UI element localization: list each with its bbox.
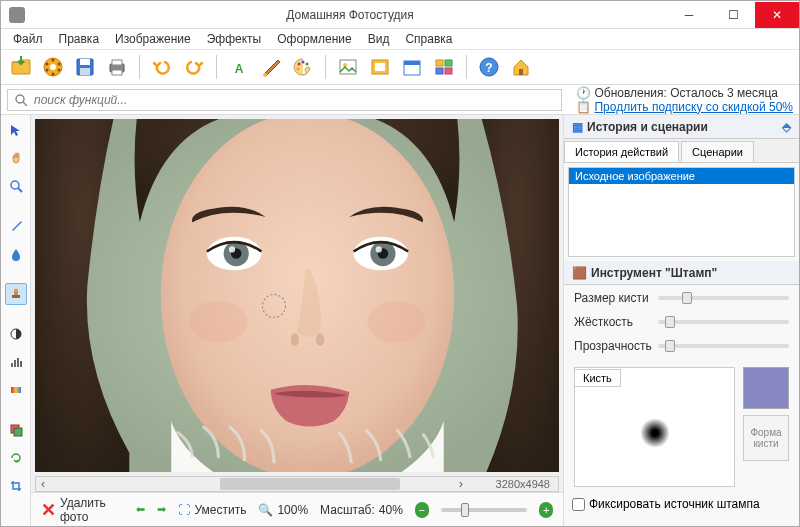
brush-tab[interactable]: Кисть	[574, 369, 621, 387]
prev-button[interactable]: ⬅	[136, 503, 145, 516]
text-button[interactable]: A	[225, 53, 253, 81]
tool-panel-header[interactable]: 🟫 Инструмент "Штамп"	[564, 261, 799, 285]
fix-source-row: Фиксировать источник штампа	[564, 493, 799, 515]
horizontal-scrollbar[interactable]: ‹ › 3280x4948	[35, 476, 559, 492]
tab-scenarios[interactable]: Сценарии	[681, 141, 754, 162]
menu-view[interactable]: Вид	[362, 30, 396, 48]
svg-rect-29	[436, 60, 443, 66]
collapse-icon[interactable]: ⬘	[782, 120, 791, 134]
pointer-tool[interactable]	[5, 119, 27, 141]
redo-button[interactable]	[180, 53, 208, 81]
search-row: 🕐 Обновления: Осталось 3 месяца 📋 Продли…	[1, 85, 799, 115]
zoom-100-button[interactable]: 🔍100%	[258, 503, 308, 517]
menu-effects[interactable]: Эффекты	[201, 30, 268, 48]
open-button[interactable]	[7, 53, 35, 81]
rotate-tool[interactable]	[5, 447, 27, 469]
brush-size-slider[interactable]	[658, 296, 789, 300]
menu-help[interactable]: Справка	[399, 30, 458, 48]
opacity-slider[interactable]	[658, 344, 789, 348]
svg-line-37	[23, 102, 27, 106]
zoom-out-button[interactable]: −	[415, 502, 429, 518]
svg-point-7	[46, 69, 49, 72]
save-button[interactable]	[71, 53, 99, 81]
svg-rect-41	[12, 295, 20, 298]
svg-rect-11	[80, 68, 90, 75]
history-tabs: История действий Сценарии	[564, 139, 799, 163]
search-input[interactable]	[34, 93, 555, 107]
search-icon	[14, 93, 28, 107]
next-button[interactable]: ➡	[157, 503, 166, 516]
zoom-in-button[interactable]: +	[539, 502, 553, 518]
tool-panel-body: Размер кисти Жёсткость Прозрачность Кист…	[564, 285, 799, 493]
calendar-button[interactable]	[398, 53, 426, 81]
history-list[interactable]: Исходное изображение	[568, 167, 795, 257]
svg-point-17	[298, 63, 301, 66]
collage-button[interactable]	[430, 53, 458, 81]
gradient-tool[interactable]	[5, 379, 27, 401]
crop-tool[interactable]	[5, 475, 27, 497]
fit-button[interactable]: ⛶Уместить	[178, 503, 246, 517]
catalog-button[interactable]	[39, 53, 67, 81]
svg-point-59	[229, 246, 235, 252]
brush-shape-button[interactable]: Форма кисти	[743, 415, 789, 461]
zoom-tool[interactable]	[5, 175, 27, 197]
svg-text:A: A	[235, 62, 244, 76]
canvas[interactable]	[35, 119, 559, 472]
svg-rect-46	[17, 358, 19, 367]
svg-point-4	[58, 63, 61, 66]
svg-point-61	[291, 333, 299, 346]
brush-button[interactable]	[257, 53, 285, 81]
svg-rect-32	[445, 68, 452, 74]
brush-preview: Кисть	[574, 367, 735, 487]
menu-file[interactable]: Файл	[7, 30, 49, 48]
hardness-label: Жёсткость	[574, 315, 652, 329]
home-button[interactable]	[507, 53, 535, 81]
zoom-slider[interactable]	[441, 508, 528, 512]
brush-tool[interactable]	[5, 215, 27, 237]
menu-design[interactable]: Оформление	[271, 30, 357, 48]
svg-point-38	[11, 181, 19, 189]
color-swatch[interactable]	[743, 367, 789, 409]
svg-rect-26	[404, 61, 420, 65]
svg-point-63	[189, 301, 248, 343]
svg-rect-31	[436, 68, 443, 74]
image-button[interactable]	[334, 53, 362, 81]
blur-tool[interactable]	[5, 243, 27, 265]
print-button[interactable]	[103, 53, 131, 81]
maximize-button[interactable]: ☐	[711, 2, 755, 28]
brush-size-label: Размер кисти	[574, 291, 652, 305]
help-button[interactable]: ?	[475, 53, 503, 81]
tool-column	[1, 115, 31, 526]
close-button[interactable]: ✕	[755, 2, 799, 28]
menu-edit[interactable]: Правка	[53, 30, 106, 48]
stamp-tool[interactable]	[5, 283, 27, 305]
contrast-tool[interactable]	[5, 323, 27, 345]
titlebar: Домашняя Фотостудия ─ ☐ ✕	[1, 1, 799, 29]
svg-point-5	[58, 69, 61, 72]
svg-point-36	[16, 95, 24, 103]
tab-history[interactable]: История действий	[564, 141, 679, 162]
fix-source-checkbox[interactable]	[572, 498, 585, 511]
undo-button[interactable]	[148, 53, 176, 81]
svg-point-18	[302, 61, 305, 64]
search-box[interactable]	[7, 89, 562, 111]
hardness-slider[interactable]	[658, 320, 789, 324]
delete-photo-button[interactable]: ✕Удалить фото	[41, 496, 124, 524]
history-panel-header[interactable]: ▦ История и сценарии ⬘	[564, 115, 799, 139]
layers-tool[interactable]	[5, 419, 27, 441]
svg-rect-14	[112, 70, 122, 75]
minimize-button[interactable]: ─	[667, 2, 711, 28]
frame-button[interactable]	[366, 53, 394, 81]
svg-point-16	[263, 73, 267, 77]
history-item[interactable]: Исходное изображение	[569, 168, 794, 184]
palette-button[interactable]	[289, 53, 317, 81]
hand-tool[interactable]	[5, 147, 27, 169]
renew-link[interactable]: Продлить подписку со скидкой 50%	[594, 100, 793, 114]
svg-text:?: ?	[485, 61, 492, 75]
svg-point-20	[297, 68, 300, 71]
svg-point-60	[376, 246, 382, 252]
menu-image[interactable]: Изображение	[109, 30, 197, 48]
levels-tool[interactable]	[5, 351, 27, 373]
canvas-area: ‹ › 3280x4948 ✕Удалить фото ⬅ ➡ ⛶Уместит…	[31, 115, 563, 526]
svg-rect-24	[375, 63, 385, 71]
